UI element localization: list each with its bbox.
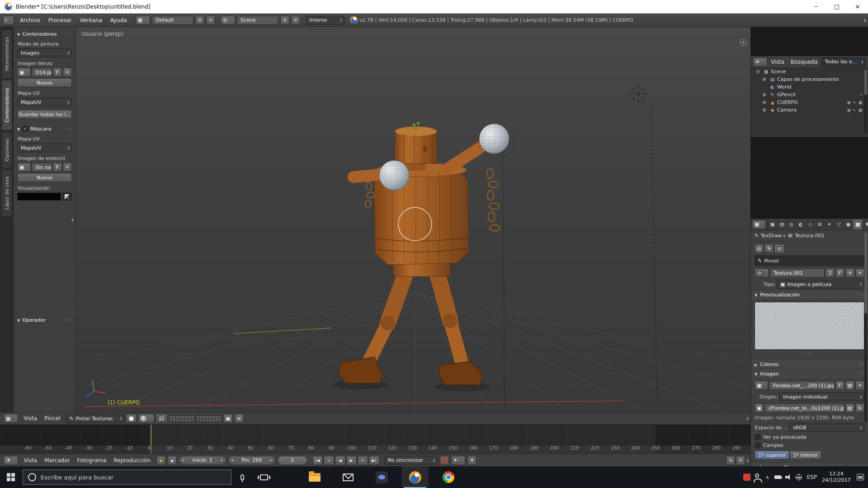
- interaction-mode-select[interactable]: Pintar Texturas: [66, 414, 124, 423]
- expander-icon[interactable]: [755, 69, 761, 74]
- texture-browse-button[interactable]: [755, 268, 769, 277]
- panel-colores-header[interactable]: Colores: [751, 359, 868, 369]
- image-reload-button[interactable]: [855, 404, 864, 413]
- preview-resize-grip[interactable]: [755, 352, 864, 357]
- panel-operador-header[interactable]: Operador: [17, 316, 72, 324]
- mask-checkbox[interactable]: [22, 126, 28, 132]
- menu-item[interactable]: Archivo: [16, 14, 44, 27]
- canvas-image-name[interactable]: D14.jpg: [32, 68, 52, 77]
- task-view-button[interactable]: [253, 466, 275, 488]
- timeline-scrub-area[interactable]: -60-50-40-30-20-100102030405060708090100…: [0, 425, 750, 454]
- image-filepath-field[interactable]: //Fondox.net_te...0x1200 (1).jpg: [764, 404, 844, 413]
- close-button[interactable]: [847, 0, 868, 13]
- close-layout-button[interactable]: [206, 16, 215, 25]
- mask-uv-select[interactable]: MapaUV: [17, 143, 72, 152]
- outliner-scrollbar[interactable]: [864, 70, 867, 133]
- battery-button[interactable]: [773, 466, 783, 488]
- outliner-tab-busqueda[interactable]: Búsqueda: [788, 59, 821, 65]
- field-order-upper-button[interactable]: 1º superior: [755, 450, 789, 460]
- tab-opciones[interactable]: Opciones: [1, 132, 12, 168]
- expander-icon[interactable]: [761, 100, 768, 105]
- stencil-image-browse[interactable]: [17, 163, 31, 172]
- texture-name-field[interactable]: Textura.001: [770, 268, 825, 277]
- timeline-menu-item[interactable]: Reproducción: [110, 457, 154, 464]
- canvas-image-browse[interactable]: [17, 68, 31, 77]
- canvas-fake-user-button[interactable]: F: [53, 68, 62, 77]
- taskbar-chrome[interactable]: [435, 466, 462, 488]
- brush-color-button[interactable]: [126, 414, 137, 423]
- panel-mascara-header[interactable]: Máscara: [17, 125, 72, 133]
- region-expand-icon[interactable]: [740, 39, 747, 46]
- texture-toggle-button[interactable]: [156, 414, 167, 423]
- image-open-button[interactable]: [845, 381, 854, 390]
- prev-keyframe-button[interactable]: «: [324, 456, 334, 465]
- tab-particles[interactable]: [863, 220, 868, 230]
- volume-button[interactable]: [783, 466, 793, 488]
- titlebar[interactable]: Blender* [C:\Users\Renzo\Desktop\untitle…: [0, 0, 868, 14]
- frame-end-field[interactable]: ◂Fin:250▸: [228, 456, 275, 465]
- screen-layout-browse-button[interactable]: [136, 16, 150, 25]
- texture-slot-list[interactable]: Pincel: [755, 255, 864, 266]
- properties-scrollbar[interactable]: [864, 232, 867, 422]
- outliner-row-camera[interactable]: Camera: [751, 106, 868, 114]
- matcap-select[interactable]: [138, 414, 154, 423]
- symmetry-button[interactable]: [235, 414, 244, 423]
- outliner-row-renderlayers[interactable]: Capas de procesamiento: [751, 75, 868, 83]
- selectability-toggle-icon[interactable]: [853, 108, 856, 113]
- outliner-tab-vista[interactable]: Vista: [768, 59, 787, 65]
- visibility-toggle-icon[interactable]: [847, 100, 851, 105]
- texture-slot-item[interactable]: Pincel: [756, 257, 863, 265]
- panel-contenedores-header[interactable]: Contenedores: [17, 30, 72, 38]
- viewport-menu-item[interactable]: Vista: [20, 415, 41, 422]
- people-button[interactable]: [752, 466, 762, 488]
- invert-stencil-button[interactable]: [62, 192, 72, 201]
- taskbar-blender[interactable]: [401, 466, 429, 488]
- sync-playback-button[interactable]: [726, 456, 735, 465]
- expander-icon[interactable]: [761, 77, 768, 82]
- selectability-toggle-icon[interactable]: [853, 100, 856, 105]
- layer-grid-left[interactable]: [169, 415, 194, 422]
- viewport-menu-item[interactable]: Pincel: [41, 415, 64, 422]
- menu-item[interactable]: Ventana: [75, 14, 106, 27]
- play-button[interactable]: ▶: [346, 456, 357, 465]
- paint-mode-select[interactable]: Imagen: [17, 48, 72, 57]
- keying-set-select[interactable]: [451, 456, 465, 465]
- filepath-browse-button[interactable]: [845, 404, 854, 413]
- texture-new-button[interactable]: [845, 268, 854, 277]
- canvas-unlink-button[interactable]: [63, 68, 72, 77]
- scene-browse-button[interactable]: [221, 16, 235, 25]
- tab-object-data[interactable]: [834, 220, 843, 230]
- tab-lapiz-de-cera[interactable]: Lápiz de cera: [1, 169, 12, 216]
- increment-arrow[interactable]: ▸: [221, 458, 223, 462]
- breadcrumb-context[interactable]: TexDraw: [760, 233, 782, 239]
- tab-object[interactable]: [806, 220, 815, 230]
- expander-icon[interactable]: [761, 92, 768, 97]
- increment-arrow[interactable]: ▸: [270, 458, 272, 462]
- texture-context-brush-button[interactable]: [764, 244, 774, 253]
- texture-fake-user-button[interactable]: F: [835, 268, 844, 277]
- tab-world[interactable]: [796, 220, 805, 230]
- lock-time-button[interactable]: [168, 456, 177, 465]
- timeline-menu-item[interactable]: Marcador: [41, 457, 73, 464]
- colorspace-select[interactable]: sRGB: [789, 423, 864, 432]
- tab-herramientas[interactable]: Herramientas: [1, 30, 12, 79]
- audio-sync-select[interactable]: No sincronizar: [384, 456, 438, 465]
- dictation-button[interactable]: [231, 466, 253, 488]
- image-fake-user-button[interactable]: F: [835, 381, 844, 390]
- texture-type-select[interactable]: Imagen o película: [777, 280, 864, 289]
- outliner-row-world[interactable]: World: [751, 83, 868, 91]
- scene-name[interactable]: Scene: [237, 16, 278, 25]
- image-browse-button[interactable]: [755, 381, 768, 390]
- texture-context-world-button[interactable]: [755, 244, 764, 253]
- jump-to-end-button[interactable]: ▶|: [369, 456, 379, 465]
- new-stencil-button[interactable]: Nuevo: [17, 173, 72, 182]
- insert-keyframe-button[interactable]: [467, 456, 476, 465]
- stencil-fake-user-button[interactable]: F: [53, 163, 62, 172]
- current-frame-field[interactable]: 1: [278, 456, 307, 465]
- taskbar-clock[interactable]: 12:24 24/12/2017: [820, 471, 853, 483]
- renderability-toggle-icon[interactable]: [859, 100, 863, 105]
- fields-checkbox[interactable]: [755, 442, 760, 448]
- expander-icon[interactable]: [761, 108, 768, 113]
- panel-imagen-header[interactable]: Imagen: [751, 369, 868, 378]
- taskbar-file-explorer[interactable]: [301, 466, 328, 488]
